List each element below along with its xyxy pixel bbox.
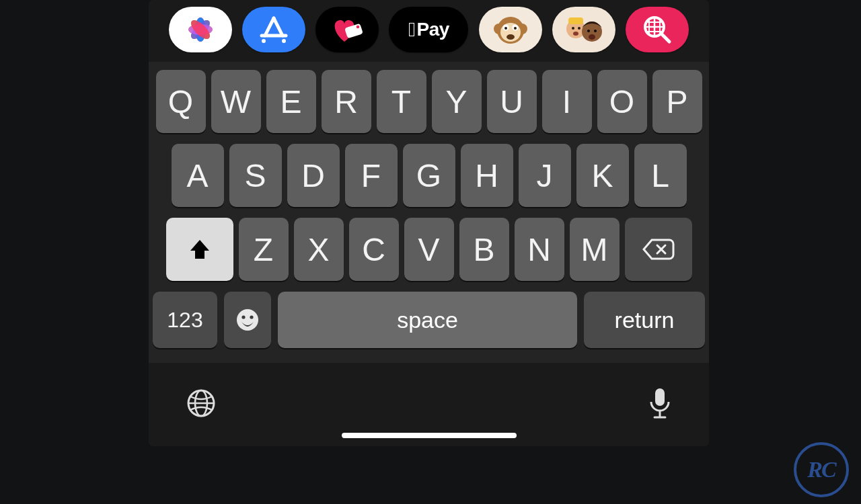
key-c[interactable]: C (349, 218, 399, 281)
key-x[interactable]: X (294, 218, 344, 281)
svg-point-32 (589, 34, 595, 40)
ios-keyboard: Q W E R T Y U I O P A S D F G H J K L Z (149, 62, 709, 363)
emoji-icon (234, 306, 261, 333)
key-m[interactable]: M (570, 218, 620, 281)
home-indicator[interactable] (342, 433, 517, 438)
photos-app-button[interactable] (169, 7, 232, 52)
key-a[interactable]: A (172, 144, 224, 207)
key-d[interactable]: D (287, 144, 340, 207)
fitness-plus-button[interactable] (315, 7, 379, 52)
watermark-badge: RC (794, 442, 849, 497)
svg-point-43 (237, 309, 258, 331)
key-i[interactable]: I (542, 70, 592, 133)
svg-point-11 (262, 39, 266, 43)
space-key[interactable]: space (278, 292, 577, 348)
search-grid-icon (641, 13, 673, 46)
globe-icon (185, 387, 217, 419)
photos-icon (185, 14, 216, 45)
key-j[interactable]: J (519, 144, 571, 207)
key-t[interactable]: T (377, 70, 426, 133)
monkey-memoji-icon (491, 10, 530, 49)
numbers-key[interactable]: 123 (153, 292, 217, 348)
memoji-people-button[interactable] (552, 7, 615, 52)
shift-icon (186, 236, 213, 263)
key-n[interactable]: N (515, 218, 564, 281)
svg-line-8 (265, 18, 274, 36)
key-q[interactable]: Q (156, 70, 206, 133)
memoji-monkey-button[interactable] (479, 7, 542, 52)
app-store-button[interactable] (242, 7, 305, 52)
svg-point-44 (241, 315, 245, 319)
key-h[interactable]: H (461, 144, 513, 207)
emoji-key[interactable] (224, 292, 271, 348)
key-w[interactable]: W (211, 70, 261, 133)
globe-button[interactable] (185, 387, 217, 419)
watermark-text: RC (807, 457, 835, 482)
key-z[interactable]: Z (239, 218, 289, 281)
svg-rect-49 (655, 388, 665, 406)
svg-point-12 (282, 39, 286, 43)
shift-key[interactable] (166, 218, 233, 281)
svg-line-40 (661, 34, 669, 42)
key-o[interactable]: O (597, 70, 647, 133)
backspace-icon (642, 237, 675, 261)
svg-point-45 (250, 315, 253, 319)
apple-logo-icon:  (408, 19, 415, 40)
svg-point-23 (507, 34, 515, 40)
microphone-icon (647, 386, 673, 421)
svg-point-27 (578, 27, 581, 30)
key-u[interactable]: U (487, 70, 537, 133)
svg-point-30 (587, 30, 590, 32)
key-p[interactable]: P (652, 70, 702, 133)
svg-point-21 (504, 27, 507, 30)
keyboard-row-2: A S D F G H J K L (153, 144, 705, 207)
keyboard-row-3: Z X C V B N M (153, 218, 705, 281)
apple-pay-label: Pay (408, 19, 449, 40)
key-e[interactable]: E (266, 70, 316, 133)
return-key[interactable]: return (584, 292, 705, 348)
key-v[interactable]: V (404, 218, 454, 281)
svg-point-26 (572, 27, 574, 30)
keyboard-row-4: 123 space return (153, 292, 705, 348)
svg-point-28 (573, 32, 578, 36)
phone-frame: Pay (149, 0, 709, 446)
key-l[interactable]: L (634, 144, 687, 207)
key-k[interactable]: K (576, 144, 629, 207)
key-r[interactable]: R (322, 70, 371, 133)
heart-tag-icon (328, 13, 366, 46)
hashtag-images-button[interactable] (626, 7, 689, 52)
people-memoji-icon (562, 11, 605, 48)
keyboard-row-1: Q W E R T Y U I O P (153, 70, 705, 133)
key-b[interactable]: B (459, 218, 509, 281)
key-s[interactable]: S (229, 144, 282, 207)
svg-point-31 (594, 30, 597, 32)
svg-point-14 (357, 26, 360, 29)
apple-pay-button[interactable]: Pay (389, 7, 468, 52)
svg-line-9 (274, 18, 283, 36)
key-g[interactable]: G (403, 144, 455, 207)
key-f[interactable]: F (345, 144, 398, 207)
svg-point-22 (514, 27, 517, 30)
svg-rect-25 (568, 17, 583, 24)
dictation-button[interactable] (647, 386, 673, 421)
imessage-app-strip: Pay (149, 0, 709, 62)
app-store-icon (257, 13, 291, 46)
backspace-key[interactable] (625, 218, 692, 281)
keyboard-footer (149, 363, 709, 427)
key-y[interactable]: Y (432, 70, 482, 133)
